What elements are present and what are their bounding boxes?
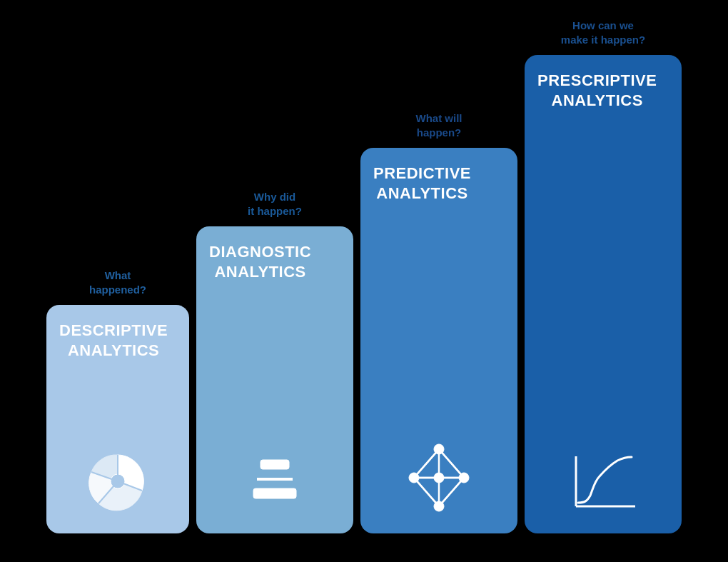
diagnostic-title: DIAGNOSTICANALYTICS — [209, 242, 311, 281]
diagnostic-column: Why didit happen? DIAGNOSTICANALYTICS — [193, 190, 357, 533]
svg-point-20 — [434, 444, 444, 454]
descriptive-title: DESCRIPTIVEANALYTICS — [59, 321, 168, 360]
diagnostic-question: Why didit happen? — [248, 190, 302, 218]
prescriptive-box: PRESCRIPTIVEANALYTICS — [525, 55, 682, 533]
descriptive-question: Whathappened? — [89, 269, 146, 296]
descriptive-column: Whathappened? DESCRIPTIVEANALYTICS — [43, 269, 193, 533]
svg-point-24 — [434, 473, 444, 483]
svg-line-16 — [439, 449, 464, 478]
prescriptive-column: How can wemake it happen? PRESCRIPTIVEAN… — [521, 19, 685, 533]
svg-line-18 — [439, 478, 464, 506]
svg-line-19 — [414, 478, 439, 506]
svg-rect-8 — [253, 488, 296, 498]
descriptive-box: DESCRIPTIVEANALYTICS — [46, 305, 189, 533]
predictive-column: What willhappen? PREDICTIVEANALYTICS — [357, 111, 521, 533]
descriptive-icon — [86, 449, 150, 513]
diagnostic-box: DIAGNOSTICANALYTICS — [196, 226, 353, 533]
analytics-chart: Whathappened? DESCRIPTIVEANALYTICS — [14, 19, 714, 562]
prescriptive-question: How can wemake it happen? — [561, 19, 645, 46]
predictive-icon — [403, 442, 475, 513]
svg-point-21 — [409, 473, 419, 483]
predictive-box: PREDICTIVEANALYTICS — [360, 148, 517, 533]
prescriptive-title: PRESCRIPTIVEANALYTICS — [537, 71, 657, 110]
svg-point-23 — [434, 501, 444, 511]
diagnostic-icon — [243, 449, 307, 513]
svg-line-17 — [414, 449, 439, 478]
svg-rect-6 — [261, 460, 289, 469]
predictive-title: PREDICTIVEANALYTICS — [373, 164, 471, 203]
prescriptive-icon — [567, 449, 639, 513]
predictive-question: What willhappen? — [416, 111, 462, 139]
svg-point-22 — [459, 473, 469, 483]
